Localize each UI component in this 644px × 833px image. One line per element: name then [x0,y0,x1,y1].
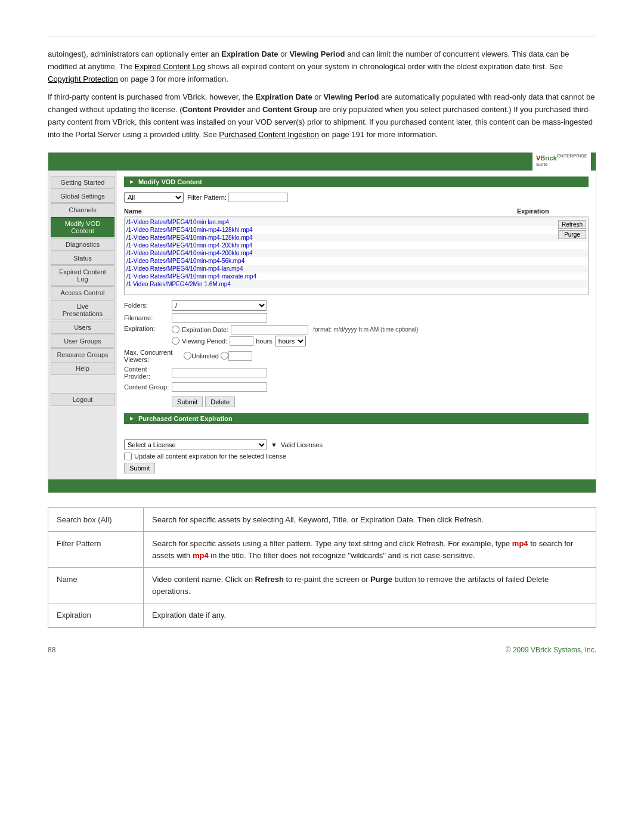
expiration-date-label: Expiration Date: [182,326,228,333]
name-expiration-header: Name Expiration [124,206,589,216]
desc-name: Video content name. Click on Refresh to … [144,568,596,603]
sidebar-item-resource-groups[interactable]: Resource Groups [51,348,114,361]
unlimited-label: Unlimited [191,352,219,360]
refresh-button[interactable]: Refresh [558,220,586,229]
sidebar-item-live-presentations[interactable]: Live Presentations [51,300,114,320]
submit-button[interactable]: Submit [172,397,203,407]
license-row: Select a License ▼ Valid Licenses [124,439,589,450]
concurrent-label: Max. Concurrent Viewers: [124,349,184,363]
submit2-row: Submit [124,463,589,473]
sidebar-item-status[interactable]: Status [51,252,114,265]
valid-licenses-label: Valid Licenses [281,441,323,448]
interface-body: Getting Started Global Settings Channels… [48,171,596,479]
file-item[interactable]: /1-Video Rates/MPEG4/10min-mp4-lan.mp4 [125,265,588,272]
main-content-area: ► Modify VOD Content All Keyword Title E… [117,171,596,479]
paragraph-1: autoingest), administrators can optional… [48,48,596,85]
sidebar-item-global-settings[interactable]: Global Settings [51,190,114,203]
update-check-row: Update all content expiration for the se… [124,453,589,460]
file-item[interactable]: /1-Video Rates/MPEG4/10min-mp4-200klo.mp… [125,249,588,257]
sidebar-item-user-groups[interactable]: User Groups [51,335,114,348]
file-item[interactable]: /1-Video Rates/MPEG4/10min-mp4-128khi.mp… [125,226,588,234]
concurrent-value-input[interactable] [228,351,252,361]
content-provider-label: Content Provider: [124,366,172,380]
page-number: 88 [48,646,55,654]
sidebar-item-modify-vod[interactable]: Modify VOD Content [51,217,114,237]
sidebar-item-diagnostics[interactable]: Diagnostics [51,238,114,251]
expired-content-log-link[interactable]: Expired Content Log [135,62,206,71]
desc-filter-pattern: Search for specific assets using a filte… [144,532,596,568]
update-expiration-checkbox[interactable] [124,453,132,460]
filter-pattern-label: Filter Pattern: [187,194,227,201]
submit2-button[interactable]: Submit [124,463,155,473]
viewing-period-radio[interactable] [172,337,179,345]
limited-radio[interactable] [221,352,228,360]
interface-footer [48,479,596,493]
folders-row: Folders: / [124,300,589,311]
file-item[interactable]: /1-Video Rates/MPEG4/10min-mp4-128klo.mp… [125,234,588,241]
expiration-date-radio[interactable] [172,326,179,333]
sidebar-item-getting-started[interactable]: Getting Started [51,176,114,189]
format-hint: format: m/d/yyyy h:m AM (time optional) [313,326,418,333]
unlimited-radio[interactable] [184,352,191,360]
file-list[interactable]: /1-Video Rates/MPEG4/10min lan.mp4 /1-Vi… [124,218,589,295]
copyright-text: © 2009 VBrick Systems, Inc. [506,646,596,654]
file-item[interactable]: /1-Video Rates/MPEG4/10min-mp4-200khi.mp… [125,241,588,249]
file-item[interactable]: /1-Video Rates/MPEG4/10min-mp4-56k.mp4 [125,257,588,265]
folders-label: Folders: [124,302,172,309]
license-select[interactable]: Select a License [124,439,267,450]
purchased-content-ingestion-link[interactable]: Purchased Content Ingestion [219,130,319,139]
sidebar-item-logout[interactable]: Logout [51,393,114,406]
desc-expiration: Expiration date if any. [144,603,596,628]
content-group-label: Content Group: [124,383,172,391]
term-filter-pattern: Filter Pattern [48,532,144,568]
top-divider [48,36,596,36]
section2-header: ► Purchased Content Expiration [124,413,589,424]
reference-table: Search box (All) Search for specific ass… [48,507,596,628]
purge-button[interactable]: Purge [558,230,586,239]
table-row: Expiration Expiration date if any. [48,603,596,628]
page-footer: 88 © 2009 VBrick Systems, Inc. [48,646,596,654]
update-expiration-label: Update all content expiration for the se… [134,453,286,460]
interface-screenshot: VBrickENTERPRISESuite Getting Started Gl… [48,152,596,493]
hours-select[interactable]: hours days [275,336,306,346]
content-provider-input[interactable] [172,368,267,377]
copyright-protection-link[interactable]: Copyright Protection [48,75,118,83]
filename-input[interactable] [172,313,267,323]
expiration-field-label: Expiration: [124,325,172,332]
file-item[interactable]: /1 Video Rates/MPEG4/2Min 1.6M.mp4 [125,280,588,288]
concurrent-row: Max. Concurrent Viewers: Unlimited [124,349,589,363]
expiration-row: Expiration: Expiration Date: format: m/d… [124,325,589,346]
expiration-date-option: Expiration Date: format: m/d/yyyy h:m AM… [172,325,418,335]
content-group-input[interactable] [172,382,267,392]
file-item[interactable]: /1-Video Rates/MPEG4/10min lan.mp4 [125,218,588,226]
sidebar-item-expired-content-log[interactable]: Expired Content Log [51,265,114,286]
desc-search-box: Search for specific assets by selecting … [144,507,596,532]
section2-arrow: ► [129,415,135,422]
expiration-date-input[interactable] [231,325,308,335]
folders-select[interactable]: / [172,300,267,311]
content-provider-row: Content Provider: [124,366,589,380]
file-item[interactable]: /1-Video Rates/MPEG4/10min-mp4-maxrate.m… [125,272,588,280]
section1-title: Modify VOD Content [138,178,202,185]
delete-button[interactable]: Delete [205,397,235,407]
expiration-column-header: Expiration [517,208,589,215]
term-search-box: Search box (All) [48,507,144,532]
sidebar-item-users[interactable]: Users [51,321,114,334]
sidebar-item-access-control[interactable]: Access Control [51,286,114,299]
filename-label: Filename: [124,314,172,321]
sidebar-item-help[interactable]: Help [51,362,114,375]
search-box[interactable]: All Keyword Title Expiration Date [124,192,184,203]
viewing-period-option: Viewing Period: hours hours days [172,336,418,346]
term-name: Name [48,568,144,603]
viewing-period-input[interactable] [230,336,253,346]
table-row: Search box (All) Search for specific ass… [48,507,596,532]
sidebar-item-channels[interactable]: Channels [51,203,114,216]
filter-pattern-input[interactable] [228,193,288,202]
filename-row: Filename: [124,313,589,323]
valid-licenses-icon: ▼ [271,441,277,448]
expiration-options: Expiration Date: format: m/d/yyyy h:m AM… [172,325,418,346]
section1-arrow: ► [129,178,135,185]
table-row: Name Video content name. Click on Refres… [48,568,596,603]
page-container: autoingest), administrators can optional… [0,0,644,833]
section2-title: Purchased Content Expiration [138,415,233,422]
